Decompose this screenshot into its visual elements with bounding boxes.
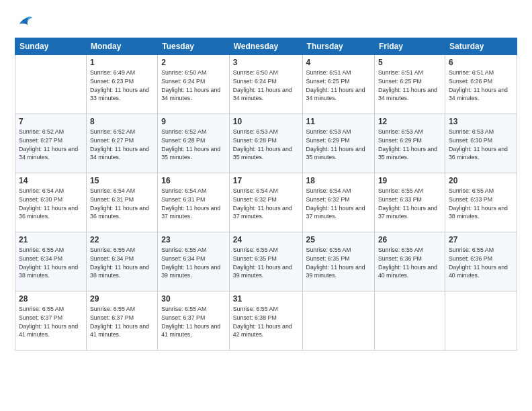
day-info: Sunrise: 6:55 AMSunset: 6:36 PMDaylight:… bbox=[449, 246, 513, 280]
day-number: 1 bbox=[90, 58, 154, 67]
day-number: 4 bbox=[306, 58, 371, 67]
day-info: Sunrise: 6:51 AMSunset: 6:26 PMDaylight:… bbox=[449, 68, 513, 103]
col-monday: Monday bbox=[86, 38, 157, 55]
day-info: Sunrise: 6:51 AMSunset: 6:25 PMDaylight:… bbox=[306, 68, 371, 103]
calendar-week-row: 7Sunrise: 6:52 AMSunset: 6:27 PMDaylight… bbox=[15, 114, 517, 173]
table-row: 10Sunrise: 6:53 AMSunset: 6:28 PMDayligh… bbox=[229, 114, 302, 173]
logo bbox=[15, 12, 36, 31]
day-number: 27 bbox=[449, 235, 513, 244]
day-info: Sunrise: 6:54 AMSunset: 6:31 PMDaylight:… bbox=[90, 187, 154, 221]
table-row: 26Sunrise: 6:55 AMSunset: 6:36 PMDayligh… bbox=[374, 232, 445, 291]
table-row: 25Sunrise: 6:55 AMSunset: 6:35 PMDayligh… bbox=[302, 232, 374, 291]
day-info: Sunrise: 6:49 AMSunset: 6:23 PMDaylight:… bbox=[90, 68, 154, 103]
table-row: 21Sunrise: 6:55 AMSunset: 6:34 PMDayligh… bbox=[15, 232, 87, 291]
table-row: 19Sunrise: 6:55 AMSunset: 6:33 PMDayligh… bbox=[374, 173, 445, 232]
table-row: 29Sunrise: 6:55 AMSunset: 6:37 PMDayligh… bbox=[86, 291, 157, 351]
table-row: 18Sunrise: 6:54 AMSunset: 6:32 PMDayligh… bbox=[302, 173, 374, 232]
col-tuesday: Tuesday bbox=[158, 38, 230, 55]
day-info: Sunrise: 6:55 AMSunset: 6:37 PMDaylight:… bbox=[161, 305, 226, 339]
table-row: 15Sunrise: 6:54 AMSunset: 6:31 PMDayligh… bbox=[86, 173, 157, 232]
day-number: 5 bbox=[378, 58, 441, 67]
table-row bbox=[374, 291, 445, 351]
day-info: Sunrise: 6:55 AMSunset: 6:37 PMDaylight:… bbox=[19, 305, 83, 339]
day-number: 19 bbox=[378, 176, 441, 185]
table-row: 5Sunrise: 6:51 AMSunset: 6:25 PMDaylight… bbox=[374, 55, 445, 114]
table-row: 20Sunrise: 6:55 AMSunset: 6:33 PMDayligh… bbox=[445, 173, 517, 232]
day-number: 29 bbox=[90, 294, 154, 304]
table-row: 17Sunrise: 6:54 AMSunset: 6:32 PMDayligh… bbox=[229, 173, 302, 232]
day-number: 11 bbox=[306, 117, 371, 126]
table-row: 9Sunrise: 6:52 AMSunset: 6:28 PMDaylight… bbox=[158, 114, 230, 173]
table-row: 16Sunrise: 6:54 AMSunset: 6:31 PMDayligh… bbox=[158, 173, 230, 232]
day-info: Sunrise: 6:53 AMSunset: 6:29 PMDaylight:… bbox=[306, 128, 371, 162]
day-number: 24 bbox=[233, 235, 299, 244]
day-info: Sunrise: 6:55 AMSunset: 6:38 PMDaylight:… bbox=[233, 305, 299, 339]
day-info: Sunrise: 6:55 AMSunset: 6:35 PMDaylight:… bbox=[306, 246, 371, 280]
table-row: 27Sunrise: 6:55 AMSunset: 6:36 PMDayligh… bbox=[445, 232, 517, 291]
calendar-table: Sunday Monday Tuesday Wednesday Thursday… bbox=[15, 38, 517, 351]
page: Sunday Monday Tuesday Wednesday Thursday… bbox=[0, 0, 532, 411]
table-row: 2Sunrise: 6:50 AMSunset: 6:24 PMDaylight… bbox=[158, 55, 230, 114]
day-info: Sunrise: 6:55 AMSunset: 6:36 PMDaylight:… bbox=[378, 246, 441, 280]
day-info: Sunrise: 6:54 AMSunset: 6:32 PMDaylight:… bbox=[306, 187, 371, 221]
day-info: Sunrise: 6:52 AMSunset: 6:27 PMDaylight:… bbox=[19, 128, 83, 162]
table-row: 7Sunrise: 6:52 AMSunset: 6:27 PMDaylight… bbox=[15, 114, 87, 173]
day-info: Sunrise: 6:53 AMSunset: 6:28 PMDaylight:… bbox=[233, 128, 299, 162]
day-number: 7 bbox=[19, 117, 83, 126]
table-row bbox=[445, 291, 517, 351]
day-number: 12 bbox=[378, 117, 441, 126]
calendar-header-row: Sunday Monday Tuesday Wednesday Thursday… bbox=[15, 38, 517, 55]
day-number: 2 bbox=[161, 58, 226, 67]
day-info: Sunrise: 6:53 AMSunset: 6:30 PMDaylight:… bbox=[449, 128, 513, 162]
day-number: 6 bbox=[449, 58, 513, 67]
day-info: Sunrise: 6:54 AMSunset: 6:30 PMDaylight:… bbox=[19, 187, 83, 221]
table-row: 23Sunrise: 6:55 AMSunset: 6:34 PMDayligh… bbox=[158, 232, 230, 291]
day-number: 17 bbox=[233, 176, 299, 185]
day-info: Sunrise: 6:55 AMSunset: 6:35 PMDaylight:… bbox=[233, 246, 299, 280]
day-number: 26 bbox=[378, 235, 441, 244]
calendar-week-row: 14Sunrise: 6:54 AMSunset: 6:30 PMDayligh… bbox=[15, 173, 517, 232]
day-number: 13 bbox=[449, 117, 513, 126]
day-number: 10 bbox=[233, 117, 299, 126]
table-row: 6Sunrise: 6:51 AMSunset: 6:26 PMDaylight… bbox=[445, 55, 517, 114]
table-row: 11Sunrise: 6:53 AMSunset: 6:29 PMDayligh… bbox=[302, 114, 374, 173]
table-row: 22Sunrise: 6:55 AMSunset: 6:34 PMDayligh… bbox=[86, 232, 157, 291]
col-sunday: Sunday bbox=[15, 38, 87, 55]
table-row: 13Sunrise: 6:53 AMSunset: 6:30 PMDayligh… bbox=[445, 114, 517, 173]
day-number: 30 bbox=[161, 294, 226, 304]
day-number: 31 bbox=[233, 294, 299, 304]
day-info: Sunrise: 6:52 AMSunset: 6:27 PMDaylight:… bbox=[90, 128, 154, 162]
day-info: Sunrise: 6:55 AMSunset: 6:37 PMDaylight:… bbox=[90, 305, 154, 339]
day-info: Sunrise: 6:55 AMSunset: 6:33 PMDaylight:… bbox=[449, 187, 513, 221]
day-number: 21 bbox=[19, 235, 83, 244]
table-row: 3Sunrise: 6:50 AMSunset: 6:24 PMDaylight… bbox=[229, 55, 302, 114]
table-row: 8Sunrise: 6:52 AMSunset: 6:27 PMDaylight… bbox=[86, 114, 157, 173]
calendar-week-row: 21Sunrise: 6:55 AMSunset: 6:34 PMDayligh… bbox=[15, 232, 517, 291]
day-info: Sunrise: 6:55 AMSunset: 6:34 PMDaylight:… bbox=[161, 246, 226, 280]
day-info: Sunrise: 6:54 AMSunset: 6:32 PMDaylight:… bbox=[233, 187, 299, 221]
table-row: 1Sunrise: 6:49 AMSunset: 6:23 PMDaylight… bbox=[86, 55, 157, 114]
day-number: 18 bbox=[306, 176, 371, 185]
day-number: 20 bbox=[449, 176, 513, 185]
col-friday: Friday bbox=[374, 38, 445, 55]
day-number: 9 bbox=[161, 117, 226, 126]
table-row: 31Sunrise: 6:55 AMSunset: 6:38 PMDayligh… bbox=[229, 291, 302, 351]
day-number: 28 bbox=[19, 294, 83, 304]
day-info: Sunrise: 6:50 AMSunset: 6:24 PMDaylight:… bbox=[233, 68, 299, 103]
day-info: Sunrise: 6:55 AMSunset: 6:34 PMDaylight:… bbox=[19, 246, 83, 280]
day-info: Sunrise: 6:55 AMSunset: 6:34 PMDaylight:… bbox=[90, 246, 154, 280]
table-row: 4Sunrise: 6:51 AMSunset: 6:25 PMDaylight… bbox=[302, 55, 374, 114]
day-number: 14 bbox=[19, 176, 83, 185]
day-info: Sunrise: 6:51 AMSunset: 6:25 PMDaylight:… bbox=[378, 68, 441, 103]
calendar-week-row: 28Sunrise: 6:55 AMSunset: 6:37 PMDayligh… bbox=[15, 291, 517, 351]
day-info: Sunrise: 6:50 AMSunset: 6:24 PMDaylight:… bbox=[161, 68, 226, 103]
table-row: 24Sunrise: 6:55 AMSunset: 6:35 PMDayligh… bbox=[229, 232, 302, 291]
day-number: 3 bbox=[233, 58, 299, 67]
day-number: 22 bbox=[90, 235, 154, 244]
day-number: 16 bbox=[161, 176, 226, 185]
table-row bbox=[15, 55, 87, 114]
col-wednesday: Wednesday bbox=[229, 38, 302, 55]
day-info: Sunrise: 6:53 AMSunset: 6:29 PMDaylight:… bbox=[378, 128, 441, 162]
day-number: 15 bbox=[90, 176, 154, 185]
day-number: 8 bbox=[90, 117, 154, 126]
